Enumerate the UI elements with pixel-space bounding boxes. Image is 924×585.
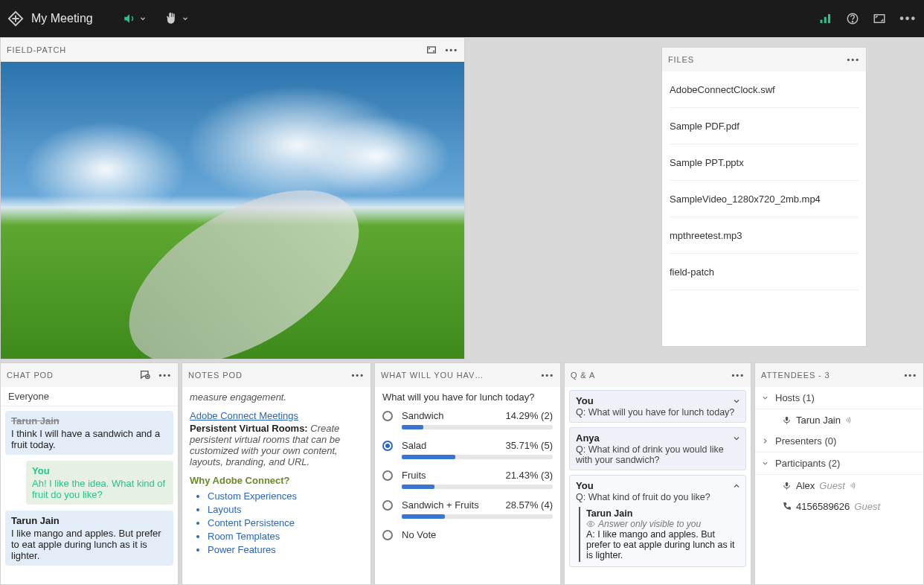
qa-answer-text: A: I like mango and apples. But prefer t… — [586, 529, 739, 560]
svg-rect-1 — [824, 17, 827, 23]
poll-pod: WHAT WILL YOU HAV… ••• What will you hav… — [374, 362, 561, 585]
fullscreen-icon[interactable] — [426, 44, 437, 56]
notes-why-heading: Why Adobe Connect? — [190, 475, 363, 486]
qa-visibility-hint: Answer only visible to you — [586, 519, 739, 529]
attendee-group-header[interactable]: Hosts (1) — [755, 387, 923, 409]
svg-rect-0 — [821, 20, 823, 24]
qa-item[interactable]: YouQ: What will you have for lunch today… — [569, 390, 746, 423]
qa-item[interactable]: YouQ: What kind of fruit do you like?Tar… — [569, 475, 746, 567]
notes-bullet-link[interactable]: Power Features — [208, 544, 363, 555]
pod-options-icon[interactable]: ••• — [351, 371, 365, 380]
notes-bullet-link[interactable]: Custom Experiences — [208, 490, 363, 502]
chevron-down-icon[interactable] — [732, 434, 741, 443]
share-pod-title: FIELD-PATCH — [7, 45, 426, 54]
attendee-group-header[interactable]: Presenters (0) — [755, 430, 923, 453]
poll-option-label: Fruits — [402, 470, 505, 481]
lower-region: CHAT POD ••• Everyone Tarun JainI think … — [0, 359, 924, 585]
svg-rect-5 — [874, 15, 885, 23]
pod-options-icon[interactable]: ••• — [731, 371, 745, 380]
notes-content[interactable]: measure engagement. Adobe Connect Meetin… — [182, 387, 370, 584]
chat-author: You — [32, 465, 167, 476]
upper-region: FIELD-PATCH ••• FILES ••• AdobeConnectCl… — [0, 37, 924, 359]
notes-line: measure engagement. — [190, 391, 363, 403]
svg-point-8 — [590, 523, 592, 525]
chat-pod: CHAT POD ••• Everyone Tarun JainI think … — [0, 362, 179, 585]
attendee-name: Alex — [796, 480, 815, 491]
poll-option[interactable]: Sandwich14.29% (2) — [382, 410, 553, 429]
poll-option-pct: 28.57% (4) — [505, 499, 553, 511]
attendee-row[interactable]: AlexGuest — [755, 475, 923, 496]
notes-pod: NOTES POD ••• measure engagement. Adobe … — [182, 362, 371, 585]
pod-options-icon[interactable]: ••• — [158, 371, 172, 380]
radio-icon[interactable] — [382, 411, 393, 421]
poll-pod-title: WHAT WILL YOU HAV… — [381, 371, 541, 380]
attendee-row[interactable]: 4156589626Guest — [755, 496, 923, 517]
chat-text: I like mango and apples. But prefer to e… — [11, 528, 167, 561]
app-logo-icon — [7, 10, 24, 27]
chevron-right-icon — [761, 437, 769, 445]
pod-options-icon[interactable]: ••• — [847, 55, 860, 64]
attendee-row[interactable]: Tarun Jain — [755, 409, 923, 430]
poll-option[interactable]: Salad35.71% (5) — [382, 440, 553, 459]
pod-options-icon[interactable]: ••• — [904, 371, 917, 380]
file-item[interactable]: Sample PDF.pdf — [670, 108, 859, 144]
raise-hand-menu-button[interactable] — [165, 12, 189, 25]
qa-pod: Q & A ••• YouQ: What will you have for l… — [564, 362, 751, 585]
notes-bullet-link[interactable]: Content Persistence — [208, 517, 363, 528]
poll-option[interactable]: No Vote — [382, 529, 553, 540]
chat-compose-icon[interactable] — [139, 369, 151, 381]
pod-options-icon[interactable]: ••• — [541, 371, 554, 380]
files-pod-title: FILES — [668, 55, 847, 64]
poll-option[interactable]: Fruits21.43% (3) — [382, 470, 553, 489]
top-bar: My Meeting ••• — [0, 0, 924, 37]
attendee-role-tag: Guest — [819, 480, 845, 491]
more-menu-icon[interactable]: ••• — [899, 12, 917, 25]
radio-icon[interactable] — [382, 500, 393, 511]
audio-menu-button[interactable] — [123, 12, 147, 25]
connection-status-icon[interactable] — [819, 12, 832, 25]
svg-rect-10 — [786, 482, 788, 486]
qa-question-text: Q: What kind of drink you would like wit… — [576, 444, 739, 465]
chevron-down-icon — [139, 15, 147, 22]
chevron-down-icon[interactable] — [732, 397, 741, 406]
qa-answer: Tarun JainAnswer only visible to youA: I… — [579, 507, 739, 562]
fullscreen-icon[interactable] — [873, 12, 886, 25]
help-icon[interactable] — [846, 12, 859, 25]
pod-options-icon[interactable]: ••• — [445, 45, 458, 54]
svg-rect-6 — [428, 47, 436, 53]
chat-tab-everyone[interactable]: Everyone — [1, 387, 178, 406]
notes-bullet-link[interactable]: Layouts — [208, 504, 363, 515]
notes-heading-link[interactable]: Adobe Connect Meetings — [190, 410, 298, 421]
file-item[interactable]: SampleVideo_1280x720_2mb.mp4 — [670, 181, 859, 217]
chat-pod-title: CHAT POD — [7, 371, 139, 380]
radio-icon[interactable] — [382, 530, 393, 540]
poll-option-label: Salad — [402, 440, 505, 451]
qa-author: You — [576, 480, 739, 491]
poll-option-label: Sandwich — [402, 410, 505, 421]
poll-option[interactable]: Sandwich + Fruits28.57% (4) — [382, 499, 553, 519]
file-item[interactable]: Sample PPT.pptx — [670, 144, 859, 181]
files-pod: FILES ••• AdobeConnectClock.swfSample PD… — [661, 47, 867, 347]
file-item[interactable]: field-patch — [670, 254, 859, 290]
radio-icon[interactable] — [382, 441, 393, 451]
attendee-group-header[interactable]: Participants (2) — [755, 453, 923, 475]
chat-message: Tarun JainI think I will have a sandwich… — [5, 411, 173, 455]
qa-question-text: Q: What kind of fruit do you like? — [576, 492, 739, 502]
chevron-down-icon — [182, 15, 189, 22]
file-item[interactable]: mpthreetest.mp3 — [670, 217, 859, 254]
poll-option-pct: 35.71% (5) — [505, 440, 553, 451]
mic-icon — [782, 481, 792, 490]
meeting-title[interactable]: My Meeting — [31, 12, 93, 25]
attendees-pod: ATTENDEES - 3 ••• Hosts (1)Tarun JainPre… — [754, 362, 924, 585]
qa-author: Anya — [576, 432, 739, 444]
hand-icon — [165, 12, 179, 25]
notes-pod-title: NOTES POD — [188, 371, 351, 380]
radio-icon[interactable] — [382, 470, 393, 481]
chevron-up-icon[interactable] — [732, 482, 741, 490]
svg-point-4 — [853, 22, 853, 22]
file-item[interactable]: AdobeConnectClock.swf — [670, 71, 859, 108]
notes-bullet-link[interactable]: Room Templates — [208, 531, 363, 542]
speaking-icon — [845, 416, 853, 424]
qa-item[interactable]: AnyaQ: What kind of drink you would like… — [569, 427, 746, 470]
chevron-down-icon — [761, 394, 769, 402]
